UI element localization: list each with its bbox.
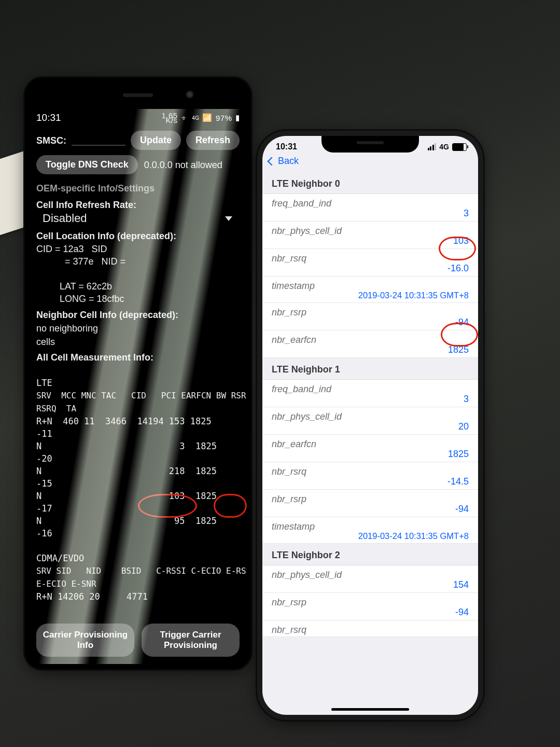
cell-value: 3 xyxy=(272,208,469,219)
cell-location-value: CID = 12a3 SID = 377e NID = LAT = 62c2b … xyxy=(36,243,240,305)
bezel xyxy=(25,78,251,109)
list-item[interactable]: freq_band_ind 3 xyxy=(262,380,478,407)
oem-header: OEM-specific Info/Settings xyxy=(36,182,240,195)
list-item[interactable]: nbr_rsrq -14.5 xyxy=(262,462,478,490)
dns-status: 0.0.0.0 not allowed xyxy=(144,158,222,172)
cell-value: -16.0 xyxy=(272,263,469,274)
cell-value: 2019-03-24 10:31:35 GMT+8 xyxy=(272,290,469,300)
refresh-button[interactable]: Refresh xyxy=(186,131,240,150)
cell-key: nbr_phys_cell_id xyxy=(272,411,469,422)
neighbor-label: Neighbor Cell Info (deprecated): xyxy=(36,310,178,320)
list-item[interactable]: nbr_phys_cell_id 154 xyxy=(262,565,478,593)
list-item[interactable]: nbr_rsrq xyxy=(262,620,478,637)
section-header: LTE Neighbor 2 xyxy=(262,544,478,565)
cell-value: -94 xyxy=(272,317,469,328)
list-item[interactable]: nbr_rsrp -94 xyxy=(262,303,478,330)
signal-icon xyxy=(428,143,437,150)
cell-value: -14.5 xyxy=(272,476,469,487)
cell-refresh-dropdown[interactable]: Disabled xyxy=(43,212,235,225)
nav-bar: Back xyxy=(262,153,478,172)
update-button[interactable]: Update xyxy=(131,131,181,150)
earpiece xyxy=(123,93,153,97)
status-time: 10:31 xyxy=(36,112,61,123)
list-item[interactable]: nbr_rsrp -94 xyxy=(262,593,478,620)
cell-key: timestamp xyxy=(272,281,469,292)
signal-icon: 📶 xyxy=(202,113,213,122)
cell-key: nbr_rsrp xyxy=(272,494,469,505)
notch xyxy=(321,136,419,153)
list-item[interactable]: nbr_phys_cell_id 20 xyxy=(262,407,478,435)
trigger-carrier-provisioning-button[interactable]: Trigger Carrier Provisioning xyxy=(142,624,240,657)
lte-neighbor-list[interactable]: LTE Neighbor 0 freq_band_ind 3 nbr_phys_… xyxy=(262,172,478,637)
status-bar: 10:31 1.65 K/s ᯤ 4G 📶 97% ▮ xyxy=(29,109,247,125)
cell-value: -94 xyxy=(272,504,469,515)
cell-key: freq_band_ind xyxy=(272,384,469,395)
wifi-icon: ᯤ xyxy=(181,114,189,122)
list-item[interactable]: nbr_rsrp -94 xyxy=(262,490,478,517)
cell-key: timestamp xyxy=(272,521,469,532)
iphone-frame: 10:31 4G Back LTE Neighbor 0 freq_band_i… xyxy=(257,131,483,720)
cell-key: nbr_earfcn xyxy=(272,335,469,345)
cell-refresh-label: Cell Info Refresh Rate: xyxy=(36,198,240,212)
list-item[interactable]: nbr_earfcn 1825 xyxy=(262,330,478,358)
list-item[interactable]: nbr_earfcn 1825 xyxy=(262,435,478,462)
cdma-header: CDMA/EVDO xyxy=(36,553,84,563)
front-camera xyxy=(186,90,194,99)
signal-4g: 4G xyxy=(192,115,199,121)
chevron-left-icon xyxy=(268,157,276,165)
android-screen: 10:31 1.65 K/s ᯤ 4G 📶 97% ▮ SMSC: Update… xyxy=(29,109,247,664)
list-item[interactable]: timestamp 2019-03-24 10:31:35 GMT+8 xyxy=(262,517,478,544)
smsc-input[interactable] xyxy=(72,145,125,146)
toggle-dns-button[interactable]: Toggle DNS Check xyxy=(36,155,138,174)
cell-value: 1825 xyxy=(272,449,469,460)
iphone-screen: 10:31 4G Back LTE Neighbor 0 freq_band_i… xyxy=(262,136,478,715)
cell-key: nbr_rsrq xyxy=(272,253,469,264)
cell-key: nbr_rsrp xyxy=(272,307,469,318)
lte-columns: SRV MCC MNC TAC CID PCI EARFCN BW RSRP R… xyxy=(36,391,247,413)
section-header: LTE Neighbor 1 xyxy=(262,358,478,380)
battery-icon: ▮ xyxy=(235,113,240,122)
cell-location-label: Cell Location Info (deprecated): xyxy=(36,231,176,241)
cell-key: freq_band_ind xyxy=(272,198,469,209)
all-measurement-label: All Cell Measurement Info: xyxy=(36,351,240,364)
network-label: 4G xyxy=(439,143,449,151)
net-rate: 1.65 K/s xyxy=(161,113,177,122)
cell-value: 3 xyxy=(272,394,469,405)
cell-key: nbr_rsrq xyxy=(272,466,469,477)
cell-refresh-value: Disabled xyxy=(43,212,87,225)
cell-key: nbr_rsrq xyxy=(272,625,469,635)
chevron-down-icon xyxy=(225,216,232,221)
neighbor-value: no neighboring cells xyxy=(36,323,98,347)
list-item[interactable]: timestamp 2019-03-24 10:31:35 GMT+8 xyxy=(262,276,478,303)
list-item[interactable]: nbr_rsrq -16.0 xyxy=(262,249,478,276)
cell-value: 20 xyxy=(272,421,469,432)
list-item[interactable]: nbr_phys_cell_id 103 xyxy=(262,222,478,249)
cell-key: nbr_phys_cell_id xyxy=(272,226,469,237)
cell-value: 103 xyxy=(272,236,469,246)
cell-value: 1825 xyxy=(272,344,469,355)
android-phone-frame: 10:31 1.65 K/s ᯤ 4G 📶 97% ▮ SMSC: Update… xyxy=(25,78,251,669)
status-time: 10:31 xyxy=(276,142,297,151)
cell-key: nbr_rsrp xyxy=(272,597,469,608)
back-button[interactable]: Back xyxy=(269,156,299,167)
lte-table: LTE SRV MCC MNC TAC CID PCI EARFCN BW RS… xyxy=(36,364,240,603)
cdma-columns: SRV SID NID BSID C-RSSI C-ECIO E-RSSI E-… xyxy=(36,566,247,589)
back-label: Back xyxy=(278,156,299,167)
battery-icon xyxy=(452,143,467,151)
smsc-label: SMSC: xyxy=(36,134,66,147)
cell-value: -94 xyxy=(272,607,469,618)
section-header: LTE Neighbor 0 xyxy=(262,172,478,194)
list-item[interactable]: freq_band_ind 3 xyxy=(262,194,478,222)
carrier-provisioning-info-button[interactable]: Carrier Provisioning Info xyxy=(36,624,134,657)
cell-key: nbr_earfcn xyxy=(272,439,469,450)
lte-header: LTE xyxy=(36,378,52,388)
cell-value: 154 xyxy=(272,579,469,590)
cell-value: 2019-03-24 10:31:35 GMT+8 xyxy=(272,531,469,541)
battery-pct: 97% xyxy=(216,114,232,122)
cell-key: nbr_phys_cell_id xyxy=(272,570,469,580)
home-indicator[interactable] xyxy=(331,708,409,711)
